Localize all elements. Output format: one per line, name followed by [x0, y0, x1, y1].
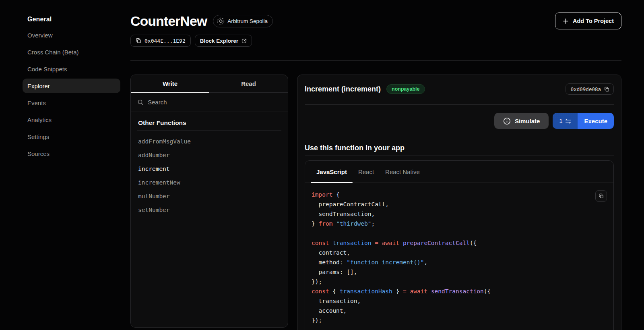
selector-value: 0xd09de08a: [571, 86, 601, 92]
function-name: increment: [138, 166, 170, 172]
code-tab[interactable]: JavaScript: [311, 161, 353, 183]
swap-arrows-icon: [565, 118, 571, 124]
code-line: params: [],: [312, 267, 607, 277]
page-header: CounterNew Arbitrum Sepolia Add To: [130, 12, 621, 29]
block-explorer-button[interactable]: Block Explorer: [195, 35, 252, 47]
content: Write Read Other Functions: [130, 75, 621, 330]
function-list-item[interactable]: incrementNew: [137, 176, 281, 189]
code-line: sendTransaction,: [312, 209, 607, 219]
sidebar-item[interactable]: Events: [23, 95, 120, 110]
sidebar-item-label: Analytics: [27, 116, 52, 123]
copy-icon: [599, 193, 604, 199]
function-list-item[interactable]: setNumber: [137, 203, 281, 217]
function-list-item[interactable]: mulNumber: [137, 189, 281, 203]
functions-tab[interactable]: Read: [209, 75, 288, 92]
network-badge[interactable]: Arbitrum Sepolia: [213, 15, 273, 27]
contract-meta-row: 0x044E...1E92 Block Explorer: [130, 35, 621, 47]
functions-search: [131, 93, 288, 112]
function-name: incrementNew: [138, 179, 180, 186]
block-explorer-label: Block Explorer: [200, 38, 238, 44]
function-name: mulNumber: [138, 193, 170, 199]
sidebar-nav: Overview Cross Chain (Beta) Code Snippet…: [23, 28, 120, 163]
page-title: CounterNew: [130, 13, 207, 29]
contract-address-button[interactable]: 0x044E...1E92: [130, 35, 191, 47]
function-detail-header: Increment (increment) nonpayable 0xd09de…: [305, 75, 614, 95]
code-line: } from "thirdweb";: [312, 219, 607, 228]
code-line: account,: [312, 306, 607, 315]
sidebar-item[interactable]: Sources: [23, 146, 120, 161]
sidebar-item-label: Code Snippets: [27, 66, 67, 73]
execute-button[interactable]: Execute: [578, 113, 614, 129]
network-badge-label: Arbitrum Sepolia: [227, 18, 268, 24]
sidebar-item-label: Events: [27, 100, 46, 106]
code-tab[interactable]: React Native: [380, 161, 425, 183]
function-name: addNumber: [138, 152, 170, 158]
transaction-count: 1: [559, 118, 562, 124]
code-line: const transaction = await prepareContrac…: [312, 238, 607, 248]
code-line: contract,: [312, 248, 607, 257]
functions-tabs: Write Read: [131, 75, 288, 93]
functions-section-divider: [137, 130, 281, 131]
page: General Overview Cross Chain (Beta) Code…: [0, 0, 644, 330]
code-tab[interactable]: React: [353, 161, 380, 183]
functions-section: Other Functions addFromMsgValue addNumbe…: [131, 112, 288, 217]
plus-icon: [563, 18, 569, 24]
copy-icon: [604, 87, 609, 92]
code-card: JavaScript React React Native import { p…: [305, 160, 614, 330]
code-line: });: [312, 315, 607, 325]
main: CounterNew Arbitrum Sepolia Add To: [130, 0, 644, 330]
function-name: addFromMsgValue: [138, 138, 191, 145]
simulate-button[interactable]: Simulate: [494, 113, 549, 129]
detail-divider: [305, 104, 614, 105]
sidebar-title: General: [27, 16, 120, 23]
function-detail-panel: Increment (increment) nonpayable 0xd09de…: [297, 75, 621, 330]
search-icon: [137, 99, 144, 106]
code-line: });: [312, 277, 607, 286]
add-to-project-label: Add To Project: [573, 18, 614, 24]
sidebar-item[interactable]: Settings: [23, 129, 120, 144]
functions-tab[interactable]: Write: [131, 75, 209, 92]
code-tab-label: React: [358, 168, 374, 175]
code-copy-button[interactable]: [595, 190, 607, 202]
code-block: import { prepareContractCall, sendTransa…: [305, 183, 613, 330]
functions-list: addFromMsgValue addNumber increment incr…: [137, 135, 281, 217]
code-line: method: "function increment()",: [312, 257, 607, 267]
selector-button[interactable]: 0xd09de08a: [566, 83, 614, 95]
sidebar-item-label: Cross Chain (Beta): [27, 49, 79, 56]
functions-tab-label: Write: [163, 80, 178, 87]
function-list-item[interactable]: addNumber: [137, 148, 281, 162]
functions-panel: Write Read Other Functions: [130, 75, 288, 328]
code-line: [312, 228, 607, 238]
sidebar-item-label: Overview: [27, 32, 53, 39]
actions-row: Simulate 1 Execute: [305, 113, 614, 129]
functions-tab-label: Read: [241, 80, 256, 87]
sidebar-item[interactable]: Analytics: [23, 112, 120, 127]
add-to-project-button[interactable]: Add To Project: [555, 12, 621, 29]
transaction-count-button[interactable]: 1: [553, 113, 578, 129]
execute-button-group: 1 Execute: [553, 113, 614, 129]
code-line: transaction,: [312, 296, 607, 306]
function-list-item[interactable]: increment: [137, 162, 281, 176]
usage-title: Use this function in your app: [305, 144, 614, 152]
usage-divider: [305, 156, 614, 156]
sidebar-item[interactable]: Code Snippets: [23, 62, 120, 76]
info-icon: [503, 117, 511, 125]
simulate-label: Simulate: [515, 118, 540, 125]
function-list-item[interactable]: addFromMsgValue: [137, 135, 281, 148]
copy-icon: [136, 38, 141, 44]
code-line: prepareContractCall,: [312, 199, 607, 209]
sidebar-item[interactable]: Cross Chain (Beta): [23, 45, 120, 59]
header-divider: [130, 60, 621, 61]
sidebar-item-label: Settings: [27, 133, 49, 140]
code-tabs: JavaScript React React Native: [305, 161, 613, 183]
search-input[interactable]: [148, 99, 281, 106]
sidebar-item[interactable]: Overview: [23, 28, 120, 42]
function-name: setNumber: [138, 207, 170, 213]
mutability-badge: nonpayable: [386, 84, 425, 94]
sidebar-item-label: Explorer: [27, 83, 50, 89]
functions-section-title: Other Functions: [138, 119, 281, 127]
sidebar: General Overview Cross Chain (Beta) Code…: [0, 0, 130, 330]
sidebar-item[interactable]: Explorer: [23, 79, 120, 93]
code-line: import {: [312, 190, 607, 199]
sidebar-item-label: Sources: [27, 150, 50, 157]
